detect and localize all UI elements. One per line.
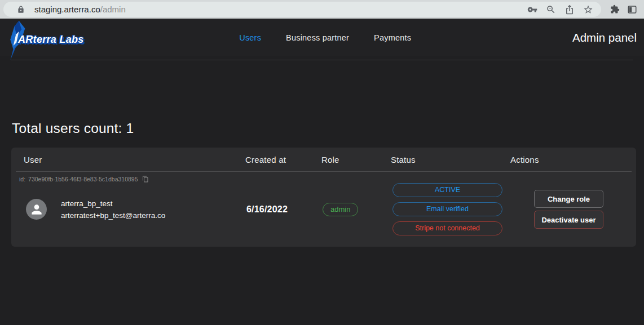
user-cell: arterra_bp_test arterratest+bp_test@arte… bbox=[24, 198, 245, 221]
bookmark-star-icon[interactable] bbox=[583, 5, 593, 15]
url-text: staging.arterra.co/admin bbox=[34, 5, 126, 14]
table-header-row: User Created at Role Status Actions bbox=[16, 148, 632, 172]
status-chip-0: ACTIVE bbox=[392, 183, 502, 197]
status-cell: ACTIVE Email verified Stripe not connect… bbox=[392, 183, 502, 235]
header-divider bbox=[11, 60, 633, 60]
user-id-line: id: 730e90fb-1b56-46f3-8e83-5c1dba310895 bbox=[19, 176, 149, 182]
app-header: ARterra Labs Users Business partner Paym… bbox=[0, 19, 644, 56]
status-chip-2: Stripe not connected bbox=[392, 221, 502, 235]
side-panel-icon[interactable] bbox=[627, 5, 637, 15]
created-at-cell: 6/16/2022 bbox=[245, 204, 321, 215]
extensions-icon[interactable] bbox=[610, 5, 620, 14]
main-nav: Users Business partner Payments bbox=[239, 19, 411, 56]
user-table-row: arterra_bp_test arterratest+bp_test@arte… bbox=[16, 172, 632, 247]
address-bar-actions bbox=[527, 5, 593, 15]
status-chip-1: Email verified bbox=[392, 202, 502, 216]
avatar bbox=[26, 199, 47, 220]
admin-panel-title: Admin panel bbox=[572, 31, 644, 44]
users-table: User Created at Role Status Actions id: … bbox=[11, 148, 636, 247]
share-icon[interactable] bbox=[564, 5, 575, 15]
user-id-label: id: bbox=[19, 176, 25, 182]
user-names: arterra_bp_test arterratest+bp_test@arte… bbox=[61, 198, 165, 221]
nav-item-users[interactable]: Users bbox=[239, 33, 261, 42]
actions-cell: Change role Deactivate user bbox=[534, 190, 603, 229]
username: arterra_bp_test bbox=[61, 198, 165, 210]
browser-toolbar-actions bbox=[610, 5, 637, 15]
browser-chrome: staging.arterra.co/admin bbox=[0, 0, 644, 19]
role-chip: admin bbox=[323, 203, 358, 216]
column-header-role: Role bbox=[321, 155, 391, 164]
column-header-actions: Actions bbox=[510, 155, 624, 164]
password-key-icon[interactable] bbox=[527, 5, 537, 15]
column-header-created-at: Created at bbox=[245, 155, 321, 164]
deactivate-user-button[interactable]: Deactivate user bbox=[534, 211, 603, 229]
table-body: id: 730e90fb-1b56-46f3-8e83-5c1dba310895… bbox=[11, 172, 636, 247]
url-host: staging.arterra.co bbox=[34, 5, 100, 14]
address-bar[interactable]: staging.arterra.co/admin bbox=[3, 2, 601, 17]
nav-item-payments[interactable]: Payments bbox=[374, 33, 411, 42]
column-header-status: Status bbox=[391, 155, 510, 164]
nav-item-business-partner[interactable]: Business partner bbox=[286, 33, 349, 42]
lock-icon[interactable] bbox=[17, 6, 25, 14]
total-users-heading: Total users count: 1 bbox=[12, 121, 644, 136]
role-cell: admin bbox=[321, 203, 391, 216]
change-role-button[interactable]: Change role bbox=[534, 190, 603, 208]
user-id-value: 730e90fb-1b56-46f3-8e83-5c1dba310895 bbox=[28, 176, 138, 182]
user-email: arterratest+bp_test@arterra.co bbox=[61, 210, 165, 221]
column-header-user: User bbox=[24, 155, 245, 164]
arterra-labs-logo[interactable]: ARterra Labs bbox=[7, 20, 84, 61]
logo-text: ARterra Labs bbox=[18, 34, 84, 46]
zoom-out-icon[interactable] bbox=[546, 5, 556, 15]
url-path: /admin bbox=[100, 5, 126, 14]
copy-id-icon[interactable] bbox=[142, 176, 149, 182]
